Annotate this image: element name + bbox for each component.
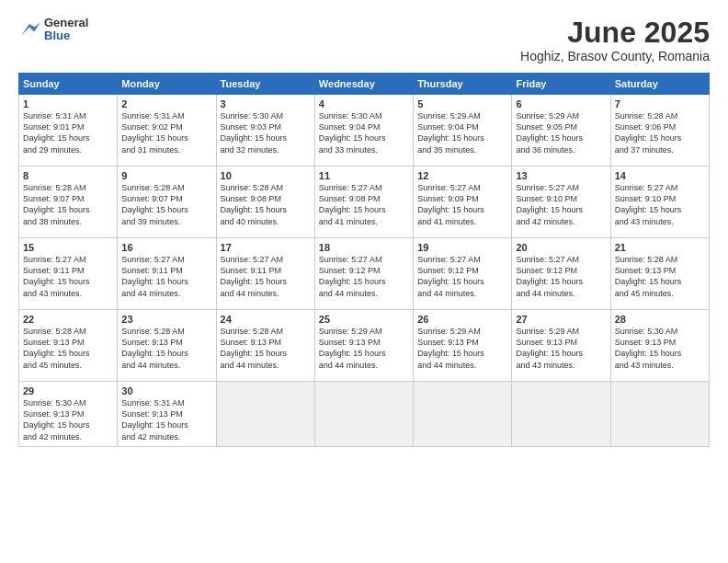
day-info: Sunrise: 5:27 AM Sunset: 9:10 PM Dayligh… [516,182,606,227]
logo-text: General Blue [44,17,88,43]
day-info: Sunrise: 5:31 AM Sunset: 9:13 PM Dayligh… [121,397,211,442]
calendar-cell [314,382,413,447]
calendar-week-row: 8Sunrise: 5:28 AM Sunset: 9:07 PM Daylig… [19,167,710,238]
title-area: June 2025 Hoghiz, Brasov County, Romania [520,17,710,63]
day-info: Sunrise: 5:28 AM Sunset: 9:08 PM Dayligh… [221,182,311,227]
day-number: 29 [23,385,113,396]
day-number: 11 [319,170,409,181]
day-info: Sunrise: 5:29 AM Sunset: 9:13 PM Dayligh… [319,326,409,371]
header: General Blue June 2025 Hoghiz, Brasov Co… [18,17,710,63]
calendar-cell: 2Sunrise: 5:31 AM Sunset: 9:02 PM Daylig… [118,95,216,167]
weekday-header-monday: Monday [118,74,216,95]
calendar-cell: 23Sunrise: 5:28 AM Sunset: 9:13 PM Dayli… [118,310,216,382]
day-info: Sunrise: 5:30 AM Sunset: 9:13 PM Dayligh… [615,326,705,371]
day-number: 17 [221,242,311,253]
calendar-cell: 5Sunrise: 5:29 AM Sunset: 9:04 PM Daylig… [414,95,512,167]
day-info: Sunrise: 5:28 AM Sunset: 9:07 PM Dayligh… [121,182,211,227]
calendar-cell: 17Sunrise: 5:27 AM Sunset: 9:11 PM Dayli… [216,238,314,310]
day-info: Sunrise: 5:29 AM Sunset: 9:04 PM Dayligh… [417,110,507,155]
day-info: Sunrise: 5:30 AM Sunset: 9:03 PM Dayligh… [221,110,311,155]
weekday-header-thursday: Thursday [414,74,512,95]
day-info: Sunrise: 5:29 AM Sunset: 9:13 PM Dayligh… [516,326,606,371]
calendar-cell: 11Sunrise: 5:27 AM Sunset: 9:08 PM Dayli… [314,167,413,238]
calendar-cell: 28Sunrise: 5:30 AM Sunset: 9:13 PM Dayli… [610,310,709,382]
weekday-header-saturday: Saturday [610,74,709,95]
day-number: 25 [319,314,409,325]
calendar-cell: 1Sunrise: 5:31 AM Sunset: 9:01 PM Daylig… [19,95,118,167]
day-info: Sunrise: 5:29 AM Sunset: 9:13 PM Dayligh… [417,326,507,371]
calendar-cell: 10Sunrise: 5:28 AM Sunset: 9:08 PM Dayli… [216,167,314,238]
day-number: 6 [516,98,606,109]
calendar-cell: 26Sunrise: 5:29 AM Sunset: 9:13 PM Dayli… [414,310,512,382]
calendar-cell: 24Sunrise: 5:28 AM Sunset: 9:13 PM Dayli… [216,310,314,382]
day-info: Sunrise: 5:27 AM Sunset: 9:11 PM Dayligh… [221,254,311,299]
calendar-cell [610,382,709,447]
calendar-cell: 27Sunrise: 5:29 AM Sunset: 9:13 PM Dayli… [512,310,610,382]
day-info: Sunrise: 5:27 AM Sunset: 9:11 PM Dayligh… [121,254,211,299]
logo: General Blue [18,17,88,43]
calendar-cell: 3Sunrise: 5:30 AM Sunset: 9:03 PM Daylig… [216,95,314,167]
weekday-header-sunday: Sunday [19,74,118,95]
day-info: Sunrise: 5:27 AM Sunset: 9:12 PM Dayligh… [516,254,606,299]
logo-blue: Blue [44,29,88,42]
day-number: 4 [319,98,409,109]
calendar-cell [512,382,610,447]
day-info: Sunrise: 5:28 AM Sunset: 9:06 PM Dayligh… [615,110,705,155]
day-info: Sunrise: 5:31 AM Sunset: 9:02 PM Dayligh… [121,110,211,155]
calendar-cell: 19Sunrise: 5:27 AM Sunset: 9:12 PM Dayli… [414,238,512,310]
day-info: Sunrise: 5:28 AM Sunset: 9:13 PM Dayligh… [615,254,705,299]
day-number: 9 [121,170,211,181]
day-number: 26 [417,314,507,325]
calendar-cell: 20Sunrise: 5:27 AM Sunset: 9:12 PM Dayli… [512,238,610,310]
day-info: Sunrise: 5:27 AM Sunset: 9:08 PM Dayligh… [319,182,409,227]
calendar-cell: 4Sunrise: 5:30 AM Sunset: 9:04 PM Daylig… [314,95,413,167]
day-number: 16 [121,242,211,253]
calendar-cell: 7Sunrise: 5:28 AM Sunset: 9:06 PM Daylig… [610,95,709,167]
calendar-cell: 15Sunrise: 5:27 AM Sunset: 9:11 PM Dayli… [19,238,118,310]
calendar-cell: 30Sunrise: 5:31 AM Sunset: 9:13 PM Dayli… [118,382,216,447]
day-info: Sunrise: 5:27 AM Sunset: 9:12 PM Dayligh… [319,254,409,299]
calendar-week-row: 29Sunrise: 5:30 AM Sunset: 9:13 PM Dayli… [19,382,710,447]
weekday-header-row: SundayMondayTuesdayWednesdayThursdayFrid… [19,74,710,95]
day-number: 22 [23,314,113,325]
location-title: Hoghiz, Brasov County, Romania [520,49,710,63]
calendar-cell: 13Sunrise: 5:27 AM Sunset: 9:10 PM Dayli… [512,167,610,238]
day-number: 30 [121,385,211,396]
calendar-cell [216,382,314,447]
day-number: 21 [615,242,705,253]
calendar-page: General Blue June 2025 Hoghiz, Brasov Co… [0,0,728,563]
month-title: June 2025 [520,17,710,49]
day-info: Sunrise: 5:30 AM Sunset: 9:04 PM Dayligh… [319,110,409,155]
calendar-cell: 8Sunrise: 5:28 AM Sunset: 9:07 PM Daylig… [19,167,118,238]
day-number: 10 [221,170,311,181]
day-number: 23 [121,314,211,325]
weekday-header-tuesday: Tuesday [216,74,314,95]
calendar-cell: 18Sunrise: 5:27 AM Sunset: 9:12 PM Dayli… [314,238,413,310]
day-number: 2 [121,98,211,109]
calendar-cell: 21Sunrise: 5:28 AM Sunset: 9:13 PM Dayli… [610,238,709,310]
calendar-cell: 9Sunrise: 5:28 AM Sunset: 9:07 PM Daylig… [118,167,216,238]
day-info: Sunrise: 5:27 AM Sunset: 9:09 PM Dayligh… [417,182,507,227]
day-number: 27 [516,314,606,325]
svg-marker-0 [21,23,40,36]
day-info: Sunrise: 5:28 AM Sunset: 9:07 PM Dayligh… [23,182,113,227]
day-number: 7 [615,98,705,109]
day-number: 1 [23,98,113,109]
day-number: 15 [23,242,113,253]
calendar-cell: 12Sunrise: 5:27 AM Sunset: 9:09 PM Dayli… [414,167,512,238]
day-info: Sunrise: 5:29 AM Sunset: 9:05 PM Dayligh… [516,110,606,155]
day-info: Sunrise: 5:30 AM Sunset: 9:13 PM Dayligh… [23,397,113,442]
day-number: 20 [516,242,606,253]
calendar-cell: 25Sunrise: 5:29 AM Sunset: 9:13 PM Dayli… [314,310,413,382]
day-number: 18 [319,242,409,253]
day-number: 3 [221,98,311,109]
calendar-table: SundayMondayTuesdayWednesdayThursdayFrid… [18,73,710,447]
logo-general: General [44,17,88,29]
calendar-week-row: 22Sunrise: 5:28 AM Sunset: 9:13 PM Dayli… [19,310,710,382]
logo-bird-icon [18,20,40,39]
calendar-cell: 22Sunrise: 5:28 AM Sunset: 9:13 PM Dayli… [19,310,118,382]
day-info: Sunrise: 5:27 AM Sunset: 9:12 PM Dayligh… [417,254,507,299]
day-info: Sunrise: 5:27 AM Sunset: 9:10 PM Dayligh… [615,182,705,227]
day-number: 19 [417,242,507,253]
day-info: Sunrise: 5:31 AM Sunset: 9:01 PM Dayligh… [23,110,113,155]
